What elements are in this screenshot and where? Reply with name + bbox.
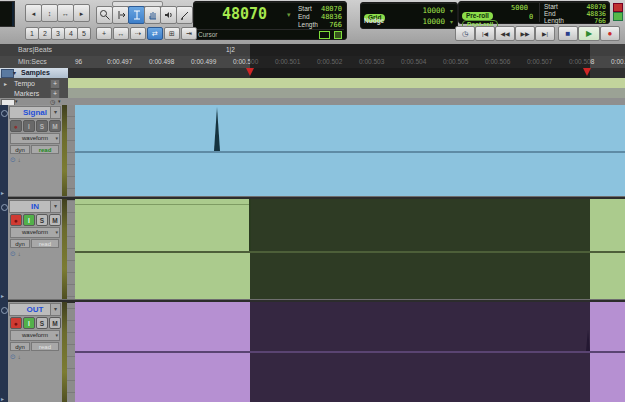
timebase-clock-icon[interactable]: ◷ (50, 98, 55, 105)
selection-start-marker[interactable] (246, 68, 254, 76)
track-header-in[interactable]: IN▾ ● I S M waveform▾ dyn read ⊙ ↓ (8, 199, 63, 299)
markers-ruler[interactable]: Markers + (0, 88, 625, 98)
track-name-signal[interactable]: Signal▾ (9, 106, 61, 119)
track-name-out[interactable]: OUT▾ (9, 303, 61, 316)
zoom-preset-5[interactable]: 5 (77, 27, 91, 40)
zoom-preset-2[interactable]: 2 (38, 27, 52, 40)
sel-end-value[interactable]: 48836 (321, 13, 342, 21)
dyn-button[interactable]: dyn (10, 342, 30, 351)
nudge-dropdown-icon[interactable]: ▾ (450, 18, 453, 25)
out-waveform-lane[interactable] (75, 302, 625, 351)
pencil-tool-button[interactable] (176, 6, 193, 24)
down-arrow-icon[interactable]: ↓ (18, 157, 21, 163)
scrubber-tool-button[interactable] (160, 6, 177, 24)
audio-zoom-button[interactable]: ↕ (41, 4, 58, 22)
selector-tool-button[interactable] (128, 6, 145, 24)
solo-button[interactable]: S (36, 120, 48, 132)
nudge-value[interactable]: 10000 (422, 17, 445, 26)
grid-dropdown-icon[interactable]: ▾ (450, 7, 453, 14)
tempo-expand-icon[interactable]: ▸ (4, 80, 7, 87)
go-to-end-button[interactable]: ▶| (535, 26, 555, 41)
zoomer-tool-button[interactable] (96, 6, 113, 24)
track-expand-icon[interactable]: ▸ (1, 293, 4, 299)
solo-button[interactable]: S (36, 317, 48, 329)
track-object-dot[interactable] (1, 307, 8, 314)
track-header-signal[interactable]: Signal▾ ● I S M waveform▾ dyn read ⊙ ↓ (8, 105, 63, 199)
track-expand-icon[interactable]: ▸ (1, 396, 4, 402)
cursor-grid-icon[interactable] (319, 31, 330, 39)
online-button[interactable]: ◷ (455, 26, 475, 41)
dyn-button[interactable]: dyn (10, 239, 30, 248)
link-timeline-button[interactable]: ↔ (113, 27, 129, 40)
sel-start-value[interactable]: 48070 (321, 5, 342, 13)
midi-zoom-button[interactable]: ↔ (57, 4, 74, 22)
track-object-dot[interactable] (1, 110, 8, 117)
samples-ruler[interactable] (0, 68, 625, 78)
cursor-clip-icon[interactable] (334, 31, 342, 39)
input-monitor-button[interactable]: I (23, 214, 35, 226)
mute-button[interactable]: M (49, 214, 61, 226)
track-name-in[interactable]: IN▾ (9, 200, 61, 213)
mute-button[interactable]: M (49, 317, 61, 329)
tab-transient-button[interactable]: + (96, 27, 112, 40)
samples-dropdown-icon[interactable]: ▾ (13, 69, 16, 76)
record-arm-button[interactable]: ● (10, 120, 22, 132)
sel-length-value[interactable]: 766 (329, 21, 342, 29)
playlist-dropdown-icon[interactable]: ▾ (50, 107, 60, 118)
grabber-tool-button[interactable] (144, 6, 161, 24)
main-counter-dropdown-icon[interactable]: ▾ (287, 11, 291, 19)
play-button[interactable]: ▶ (578, 26, 600, 41)
tempo-ruler[interactable]: ▸ Tempo + (0, 78, 625, 88)
automation-mode-button[interactable]: read (31, 342, 59, 351)
tsel-length-value[interactable]: 766 (594, 17, 606, 25)
metronome-play-button[interactable] (613, 12, 623, 21)
selection-end-marker[interactable] (583, 68, 591, 76)
link-selection-button[interactable]: ⇄ (147, 27, 163, 40)
dyn-button[interactable]: dyn (10, 145, 30, 154)
down-arrow-icon[interactable]: ↓ (18, 354, 21, 360)
out-lower-lane[interactable] (75, 353, 625, 402)
view-dropdown-icon[interactable]: ▾ (15, 98, 18, 104)
in-lower-lane[interactable] (75, 253, 625, 299)
track-view-selector[interactable]: waveform▾ (10, 133, 60, 144)
zoom-out-button[interactable]: ◂ (25, 4, 42, 22)
record-button[interactable]: ● (600, 26, 620, 41)
track-header-out[interactable]: OUT▾ ● I S M waveform▾ dyn read ⊙ ↓ (8, 302, 63, 402)
object-icon[interactable]: ⊙ (10, 250, 16, 257)
rewind-button[interactable]: ◀◀ (495, 26, 515, 41)
zoom-preset-1[interactable]: 1 (25, 27, 39, 40)
playlist-dropdown-icon[interactable]: ▾ (50, 201, 60, 212)
record-arm-button[interactable]: ● (10, 317, 22, 329)
mute-button[interactable]: M (49, 120, 61, 132)
metronome-record-button[interactable] (613, 3, 623, 12)
postroll-value[interactable]: 0 (529, 13, 533, 21)
playlist-dropdown-icon[interactable]: ▾ (50, 304, 60, 315)
zoom-preset-4[interactable]: 4 (64, 27, 78, 40)
zoom-preset-3[interactable]: 3 (51, 27, 65, 40)
input-monitor-button[interactable]: I (23, 120, 35, 132)
track-view-selector[interactable]: waveform▾ (10, 330, 60, 341)
stop-button[interactable]: ■ (558, 26, 578, 41)
timebase-dropdown-icon[interactable]: ▾ (58, 98, 61, 104)
return-to-zero-button[interactable]: |◀ (475, 26, 495, 41)
automation-mode-button[interactable]: read (31, 145, 59, 154)
signal-lower-lane[interactable] (75, 153, 625, 196)
solo-button[interactable]: S (36, 214, 48, 226)
mirror-midi-button[interactable]: ⊞ (164, 27, 180, 40)
input-monitor-button[interactable]: I (23, 317, 35, 329)
grid-value[interactable]: 10000 (422, 6, 445, 15)
record-arm-button[interactable]: ● (10, 214, 22, 226)
fast-forward-button[interactable]: ▶▶ (515, 26, 535, 41)
preroll-value[interactable]: 5000 (511, 4, 528, 12)
object-icon[interactable]: ⊙ (10, 156, 16, 163)
main-counter-value[interactable]: 48070 (222, 5, 267, 23)
automation-mode-button[interactable]: read (31, 239, 59, 248)
trim-tool-button[interactable] (112, 6, 129, 24)
down-arrow-icon[interactable]: ↓ (18, 251, 21, 257)
track-view-selector[interactable]: waveform▾ (10, 227, 60, 238)
insertion-follows-button[interactable]: ⇢ (130, 27, 146, 40)
insert-marker-button[interactable]: ⇥ (181, 27, 197, 40)
zoom-in-button[interactable]: ▸ (73, 4, 90, 22)
object-icon[interactable]: ⊙ (10, 353, 16, 360)
signal-waveform-lane[interactable] (75, 105, 625, 151)
